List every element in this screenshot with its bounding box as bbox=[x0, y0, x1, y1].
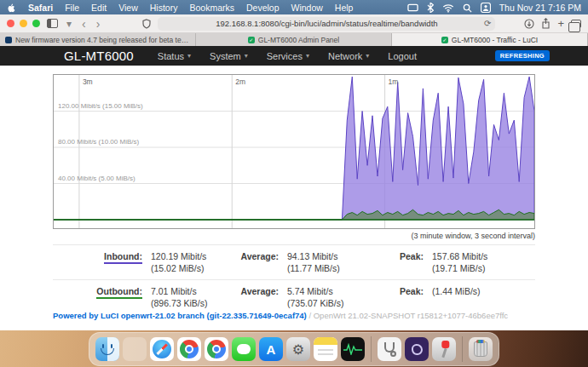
diagnostics-app-dock-icon[interactable] bbox=[378, 337, 401, 361]
menu-view[interactable]: View bbox=[118, 3, 138, 13]
minimize-window-button[interactable] bbox=[20, 20, 27, 27]
privacy-shield-icon[interactable] bbox=[142, 19, 151, 29]
menu-file[interactable]: File bbox=[65, 3, 79, 13]
trash-dock-icon[interactable] bbox=[469, 337, 493, 361]
refreshing-button[interactable]: REFRESHING bbox=[495, 50, 550, 61]
outbound-average: 5.74 Mibit/s(735.07 KiB/s) bbox=[287, 286, 381, 309]
shield-favicon: ✓ bbox=[248, 37, 255, 43]
inbound-label: Inbound: bbox=[104, 251, 142, 264]
purple-app-dock-icon[interactable] bbox=[405, 337, 429, 361]
display-icon[interactable] bbox=[407, 3, 418, 12]
luci-brand[interactable]: GL-MT6000 bbox=[64, 49, 134, 63]
x-axis-label: 3m bbox=[83, 77, 93, 86]
macos-menubar: Safari File Edit View History Bookmarks … bbox=[0, 0, 588, 15]
tab-bar: New firmware version 4.7 being released … bbox=[0, 33, 588, 46]
x-axis-label: 2m bbox=[235, 77, 245, 86]
back-button[interactable]: ‹ bbox=[80, 17, 88, 31]
bandwidth-chart: 120.00 Mibit/s (15.00 MiB/s)80.00 Mibit/… bbox=[53, 74, 535, 229]
safari-dock-icon[interactable] bbox=[150, 337, 174, 361]
chart-caption: (3 minute window, 3 second interval) bbox=[53, 232, 535, 240]
address-bar[interactable]: 192.168.8.1:8080/cgi-bin/luci/admin/stat… bbox=[158, 17, 495, 31]
window-controls bbox=[7, 20, 40, 27]
chevron-down-icon: ▾ bbox=[306, 52, 309, 60]
average-label: Average: bbox=[232, 251, 279, 261]
launchpad-dock-icon[interactable] bbox=[123, 337, 147, 361]
luci-footer: Powered by LuCI openwrt-21.02 branch (gi… bbox=[53, 311, 508, 320]
nav-services[interactable]: Services▾ bbox=[267, 51, 309, 61]
inbound-average: 94.13 Mibit/s(11.77 MiB/s) bbox=[287, 251, 381, 274]
table-row-inbound: Inbound: 120.19 Mibit/s(15.02 MiB/s) Ave… bbox=[53, 244, 535, 279]
openwrt-version-link[interactable]: OpenWrt 21.02-SNAPSHOT r15812+1077-46b6e… bbox=[314, 311, 508, 320]
nav-network[interactable]: Network▾ bbox=[328, 51, 369, 61]
sidebar-toggle-icon[interactable] bbox=[47, 19, 58, 28]
wifi-icon[interactable] bbox=[442, 3, 454, 13]
tab-overview-icon[interactable] bbox=[571, 20, 581, 28]
y-axis-label: 120.00 Mibit/s (15.00 MiB/s) bbox=[58, 102, 143, 110]
menu-develop[interactable]: Develop bbox=[246, 3, 280, 13]
dock-separator bbox=[462, 336, 463, 362]
user-switcher-icon[interactable] bbox=[481, 3, 491, 13]
outbound-peak: (1.44 MiB/s) bbox=[432, 286, 535, 298]
bluetooth-icon[interactable] bbox=[427, 3, 434, 13]
menu-safari[interactable]: Safari bbox=[28, 3, 53, 13]
peak-label: Peak: bbox=[389, 251, 424, 261]
apple-menu-icon[interactable] bbox=[7, 3, 16, 14]
tab-firmware-forum[interactable]: New firmware version 4.7 being released … bbox=[0, 33, 196, 46]
nav-status[interactable]: Status▾ bbox=[158, 51, 191, 61]
new-tab-icon[interactable]: + bbox=[557, 17, 564, 30]
safari-toolbar: ▾ ‹ › 192.168.8.1:8080/cgi-bin/luci/admi… bbox=[0, 14, 588, 33]
close-window-button[interactable] bbox=[7, 20, 14, 27]
finder-dock-icon[interactable] bbox=[95, 337, 119, 361]
outbound-label: Outbound: bbox=[96, 286, 142, 299]
nav-logout[interactable]: Logout bbox=[388, 51, 417, 61]
system-preferences-dock-icon[interactable]: ⚙ bbox=[286, 337, 310, 361]
inbound-current: 120.19 Mibit/s(15.02 MiB/s) bbox=[151, 251, 223, 274]
peak-label: Peak: bbox=[389, 286, 424, 296]
dock-separator bbox=[371, 336, 372, 362]
spotlight-search-icon[interactable] bbox=[463, 3, 472, 13]
chrome-2-dock-icon[interactable] bbox=[205, 337, 228, 361]
activity-monitor-dock-icon[interactable] bbox=[341, 337, 365, 361]
table-row-outbound: Outbound: 7.01 Mibit/s(896.73 KiB/s) Ave… bbox=[53, 279, 535, 314]
tab-admin-panel[interactable]: ✓ GL-MT6000 Admin Panel bbox=[196, 33, 392, 46]
forward-button[interactable]: › bbox=[95, 17, 102, 31]
average-label: Average: bbox=[232, 286, 279, 296]
x-axis-label: 1m bbox=[389, 77, 399, 86]
messages-dock-icon[interactable] bbox=[232, 337, 256, 361]
luci-navbar: GL-MT6000 Status▾ System▾ Services▾ Netw… bbox=[0, 46, 588, 66]
chevron-down-icon: ▾ bbox=[245, 52, 248, 60]
luci-branch-link[interactable]: Powered by LuCI openwrt-21.02 branch (gi… bbox=[53, 311, 307, 320]
menu-window[interactable]: Window bbox=[291, 3, 323, 13]
nav-system[interactable]: System▾ bbox=[210, 51, 248, 61]
menu-edit[interactable]: Edit bbox=[91, 3, 107, 13]
tab-luci-traffic[interactable]: ✓ GL-MT6000 - Traffic - LuCI bbox=[392, 33, 588, 46]
menu-bookmarks[interactable]: Bookmarks bbox=[189, 3, 234, 13]
y-axis-label: 80.00 Mibit/s (10.00 MiB/s) bbox=[58, 138, 139, 146]
share-icon[interactable] bbox=[541, 18, 551, 29]
inbound-series bbox=[54, 77, 534, 220]
sidebar-chevron-icon[interactable]: ▾ bbox=[65, 18, 73, 30]
y-axis-label: 40.00 Mibit/s (5.00 MiB/s) bbox=[58, 175, 135, 182]
safari-window: ▾ ‹ › 192.168.8.1:8080/cgi-bin/luci/admi… bbox=[0, 14, 588, 330]
chevron-down-icon: ▾ bbox=[187, 52, 191, 60]
app-store-dock-icon[interactable]: A bbox=[259, 337, 283, 361]
shield-favicon: ✓ bbox=[441, 37, 448, 43]
inbound-peak: 157.68 Mibit/s(19.71 MiB/s) bbox=[432, 251, 535, 274]
desktop: Safari File Edit View History Bookmarks … bbox=[0, 0, 588, 367]
chrome-dock-icon[interactable] bbox=[177, 337, 201, 361]
reload-icon[interactable]: ⟳ bbox=[484, 19, 491, 28]
menu-history[interactable]: History bbox=[150, 3, 178, 13]
notes-dock-icon[interactable] bbox=[314, 337, 337, 361]
dock: A ⚙ bbox=[89, 332, 499, 366]
menubar-clock[interactable]: Thu Nov 21 7:16 PM bbox=[499, 3, 581, 13]
url-text: 192.168.8.1:8080/cgi-bin/luci/admin/stat… bbox=[216, 19, 437, 28]
transmission-dock-icon[interactable] bbox=[432, 337, 456, 361]
outbound-current: 7.01 Mibit/s(896.73 KiB/s) bbox=[151, 286, 223, 309]
forum-favicon bbox=[5, 37, 12, 43]
bandwidth-stats-table: Inbound: 120.19 Mibit/s(15.02 MiB/s) Ave… bbox=[53, 244, 535, 315]
zoom-window-button[interactable] bbox=[32, 20, 40, 27]
downloads-icon[interactable] bbox=[524, 19, 534, 29]
chevron-down-icon: ▾ bbox=[366, 52, 369, 60]
menu-help[interactable]: Help bbox=[335, 3, 354, 13]
